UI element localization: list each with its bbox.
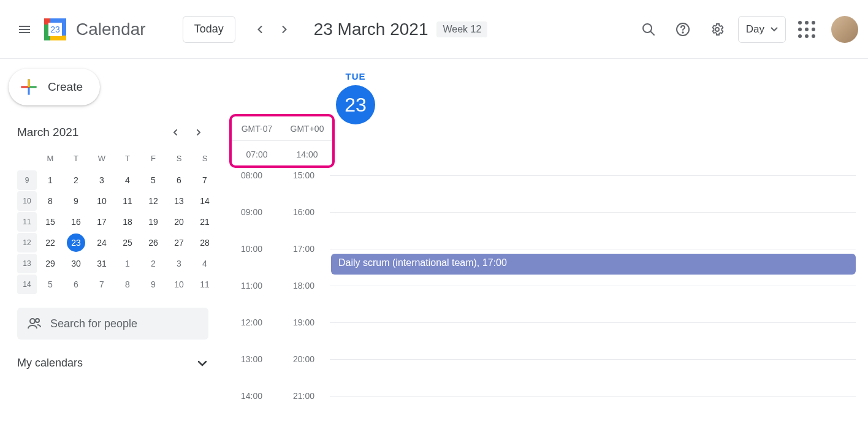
mini-cal-grid: MTWTFSS912345671089101112131411151617181… xyxy=(17,150,208,294)
mini-cal-day[interactable]: 3 xyxy=(167,254,191,273)
week-number: 10 xyxy=(17,191,37,211)
mini-cal-day[interactable]: 19 xyxy=(141,212,166,232)
chevron-right-icon xyxy=(194,127,204,137)
mini-cal-next[interactable] xyxy=(189,123,208,142)
gear-icon xyxy=(710,22,725,37)
mini-cal-day[interactable]: 26 xyxy=(141,233,166,252)
tz1-hour: 10:00 xyxy=(226,244,278,254)
tz2-hour: 21:00 xyxy=(278,391,330,401)
mini-cal-day[interactable]: 30 xyxy=(64,254,88,273)
mini-cal-day[interactable]: 23 xyxy=(64,233,88,252)
mini-cal-day[interactable]: 7 xyxy=(89,275,114,294)
next-day-button[interactable] xyxy=(272,17,297,42)
mini-cal-day[interactable]: 4 xyxy=(115,170,140,190)
hour-row[interactable] xyxy=(330,359,856,396)
mini-cal-day[interactable]: 21 xyxy=(192,212,217,232)
search-people-input[interactable]: Search for people xyxy=(17,308,208,340)
mini-cal-day[interactable]: 11 xyxy=(192,275,217,294)
dropdown-icon xyxy=(771,27,778,32)
mini-cal-day[interactable]: 2 xyxy=(64,170,88,190)
calendar-event[interactable]: Daily scrum (international team), 17:00 xyxy=(331,254,856,275)
mini-cal-day[interactable]: 1 xyxy=(115,254,140,273)
mini-cal-prev[interactable] xyxy=(166,123,185,142)
mini-cal-day[interactable]: 14 xyxy=(192,191,217,211)
prev-day-button[interactable] xyxy=(248,17,272,42)
today-button[interactable]: Today xyxy=(183,16,235,43)
tz1-hour: 13:00 xyxy=(226,354,278,364)
help-icon xyxy=(676,22,690,37)
mini-cal-day[interactable]: 11 xyxy=(115,191,140,211)
apps-button[interactable] xyxy=(793,16,820,43)
mini-cal-day[interactable]: 20 xyxy=(167,212,191,232)
search-button[interactable] xyxy=(635,16,662,43)
mini-cal-day[interactable]: 10 xyxy=(89,191,114,211)
day-header[interactable]: TUE 23 xyxy=(336,71,375,124)
mini-cal-day[interactable]: 24 xyxy=(89,233,114,252)
header: 23 Calendar Today 23 March 2021 Week 12 … xyxy=(0,0,868,59)
svg-point-15 xyxy=(30,319,35,324)
settings-button[interactable] xyxy=(704,16,731,43)
chevron-left-icon xyxy=(254,23,266,36)
mini-cal-day[interactable]: 16 xyxy=(64,212,88,232)
mini-cal-day[interactable]: 9 xyxy=(64,191,88,211)
mini-cal-day[interactable]: 6 xyxy=(64,275,88,294)
tz2-hour: 17:00 xyxy=(278,244,330,254)
mini-cal-day[interactable]: 22 xyxy=(38,233,63,252)
mini-cal-day[interactable]: 1 xyxy=(38,170,63,190)
mini-cal-day[interactable]: 28 xyxy=(192,233,217,252)
tz1-hour: 09:00 xyxy=(226,207,278,217)
create-label: Create xyxy=(48,80,83,94)
main-menu-button[interactable] xyxy=(10,15,39,44)
mini-calendar: March 2021 MTWTFSS9123456710891011121314… xyxy=(7,123,218,294)
mini-cal-day[interactable]: 31 xyxy=(89,254,114,273)
mini-cal-day[interactable]: 3 xyxy=(89,170,114,190)
mini-cal-day[interactable]: 4 xyxy=(192,254,217,273)
mini-cal-day[interactable]: 25 xyxy=(115,233,140,252)
hour-row[interactable] xyxy=(330,322,856,359)
week-number: 12 xyxy=(17,233,37,252)
hour-row[interactable] xyxy=(330,286,856,322)
mini-cal-day[interactable]: 12 xyxy=(141,191,166,211)
tz2-hour: 18:00 xyxy=(278,281,330,290)
mini-cal-day[interactable]: 10 xyxy=(167,275,191,294)
create-button[interactable]: Create xyxy=(9,69,100,105)
my-calendars-label: My calendars xyxy=(17,357,83,370)
tz2-hour: 20:00 xyxy=(278,354,330,364)
mini-cal-day[interactable]: 7 xyxy=(192,170,217,190)
header-right: Day xyxy=(635,16,858,43)
mini-cal-day[interactable]: 27 xyxy=(167,233,191,252)
mini-cal-day[interactable]: 5 xyxy=(38,275,63,294)
mini-cal-day[interactable]: 8 xyxy=(38,191,63,211)
mini-cal-day[interactable]: 13 xyxy=(167,191,191,211)
mini-cal-day[interactable]: 15 xyxy=(38,212,63,232)
mini-cal-day[interactable]: 2 xyxy=(141,254,166,273)
chevron-left-icon xyxy=(170,127,180,137)
mini-cal-day[interactable]: 29 xyxy=(38,254,63,273)
hour-row[interactable] xyxy=(330,175,856,212)
mini-cal-day[interactable]: 8 xyxy=(115,275,140,294)
week-number: 14 xyxy=(17,275,37,294)
calendar-logo-icon: 23 xyxy=(42,16,69,43)
view-selector[interactable]: Day xyxy=(738,16,786,43)
timezone-highlight-box: GMT-07 GMT+00 07:00 14:00 xyxy=(229,114,335,168)
chevron-right-icon xyxy=(278,23,291,36)
week-number: 13 xyxy=(17,254,37,273)
svg-text:23: 23 xyxy=(50,25,60,34)
mini-cal-day[interactable]: 18 xyxy=(115,212,140,232)
mini-cal-dow: S xyxy=(192,150,217,167)
view-label: Day xyxy=(746,23,764,36)
mini-cal-day[interactable]: 6 xyxy=(167,170,191,190)
hour-row[interactable] xyxy=(330,212,856,249)
day-number: 23 xyxy=(336,85,375,124)
mini-cal-day[interactable]: 9 xyxy=(141,275,166,294)
svg-point-10 xyxy=(715,28,719,31)
plus-icon xyxy=(17,75,40,99)
avatar[interactable] xyxy=(831,16,858,43)
mini-cal-day[interactable]: 17 xyxy=(89,212,114,232)
my-calendars-toggle[interactable]: My calendars xyxy=(17,357,208,370)
hour-row[interactable] xyxy=(330,396,856,429)
help-button[interactable] xyxy=(669,16,696,43)
tz2-hour: 16:00 xyxy=(278,207,330,217)
mini-cal-day[interactable]: 5 xyxy=(141,170,166,190)
tz2-label: GMT+00 xyxy=(282,116,332,140)
